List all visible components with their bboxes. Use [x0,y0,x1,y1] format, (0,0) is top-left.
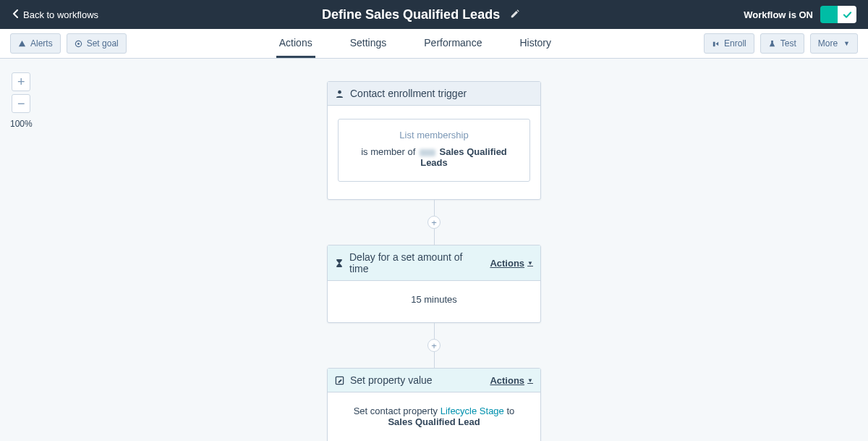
condition-prefix: is member of [361,146,415,157]
more-button[interactable]: More ▼ [810,33,858,54]
set-goal-button[interactable]: Set goal [67,33,127,54]
contact-icon [335,89,344,98]
zoom-out-button[interactable]: − [12,94,30,113]
set-prop-mid: to [504,406,514,416]
trigger-card-header: Contact enrollment trigger [328,82,540,106]
delay-title: Delay for a set amount of time [349,251,484,274]
workflow-toggle[interactable] [820,6,856,23]
add-action-button[interactable]: + [427,216,441,229]
delay-duration: 15 minutes [411,294,457,305]
target-icon [75,40,82,48]
workflow-title: Define Sales Qualified Leads [322,7,500,22]
tab-settings[interactable]: Settings [347,29,390,58]
actions-link-label: Actions [490,258,524,269]
alerts-button[interactable]: Alerts [10,33,61,54]
toggle-track [820,6,838,23]
caret-down-icon: ▼ [527,260,533,266]
zoom-controls: + − 100% [10,72,33,129]
flask-icon [768,40,776,48]
redacted-text [420,149,435,156]
set-property-text: Set contact property Lifecycle Stage to [338,406,530,416]
enroll-icon [712,40,720,48]
pencil-icon[interactable] [510,9,520,21]
connector-line [434,200,435,216]
add-action-button[interactable]: + [427,339,441,352]
more-label: More [818,38,838,49]
workflow-status: Workflow is ON [744,6,856,23]
connector-line [434,323,435,339]
set-property-card[interactable]: Set property value Actions ▼ Set contact… [327,368,541,441]
back-label: Back to workflows [23,9,98,20]
toggle-knob [838,6,856,23]
set-property-title: Set property value [350,374,484,386]
actions-link-label: Actions [490,375,524,386]
connector-line [434,352,435,368]
hourglass-icon [335,259,344,268]
enroll-button[interactable]: Enroll [704,33,754,54]
alerts-label: Alerts [30,38,53,49]
svg-point-1 [77,43,80,45]
delay-card-body: 15 minutes [328,281,540,322]
header-title-area: Define Sales Qualified Leads [98,7,744,22]
enroll-label: Enroll [724,38,746,49]
app-header: Back to workflows Define Sales Qualified… [0,0,868,29]
trigger-condition-box[interactable]: List membership is member of Sales Quali… [338,119,530,182]
zoom-level-label: 100% [10,119,33,129]
property-link[interactable]: Lifecycle Stage [441,406,504,416]
delay-card[interactable]: Delay for a set amount of time Actions ▼… [327,245,541,323]
set-goal-label: Set goal [87,38,119,49]
workflow-canvas[interactable]: + − 100% Contact enrollment trigger List… [0,59,868,441]
zoom-in-button[interactable]: + [12,72,30,91]
set-prop-prefix: Set contact property [354,406,441,416]
test-label: Test [780,38,796,49]
set-property-actions-menu[interactable]: Actions ▼ [490,375,533,386]
tab-history[interactable]: History [516,29,554,58]
workflow-flow: Contact enrollment trigger List membersh… [327,81,541,441]
trigger-sub-label: List membership [352,130,516,140]
warning-icon [18,40,26,48]
tab-actions[interactable]: Actions [276,29,315,58]
set-property-card-header: Set property value Actions ▼ [328,369,540,392]
tabs: Actions Settings Performance History [127,29,704,58]
toolbar-right: Enroll Test More ▼ [704,33,858,54]
toolbar: Alerts Set goal Actions Settings Perform… [0,29,868,59]
svg-point-3 [338,90,341,93]
tab-performance[interactable]: Performance [421,29,485,58]
test-button[interactable]: Test [760,33,804,54]
trigger-card[interactable]: Contact enrollment trigger List membersh… [327,81,541,200]
caret-down-icon: ▼ [527,377,533,384]
delay-actions-menu[interactable]: Actions ▼ [490,258,533,269]
set-property-card-body: Set contact property Lifecycle Stage to … [328,392,540,441]
status-label: Workflow is ON [744,9,813,20]
caret-down-icon: ▼ [843,40,850,47]
toolbar-left: Alerts Set goal [10,33,127,54]
edit-property-icon [335,376,344,385]
delay-card-header: Delay for a set amount of time Actions ▼ [328,245,540,281]
chevron-left-icon [12,9,19,20]
connector-line [434,229,435,245]
svg-rect-2 [713,41,715,46]
trigger-title: Contact enrollment trigger [350,88,533,99]
trigger-condition: is member of Sales Qualified Leads [352,146,516,168]
set-prop-value: Sales Qualified Lead [338,416,530,427]
back-to-workflows-link[interactable]: Back to workflows [12,9,98,20]
trigger-card-body: List membership is member of Sales Quali… [328,106,540,199]
